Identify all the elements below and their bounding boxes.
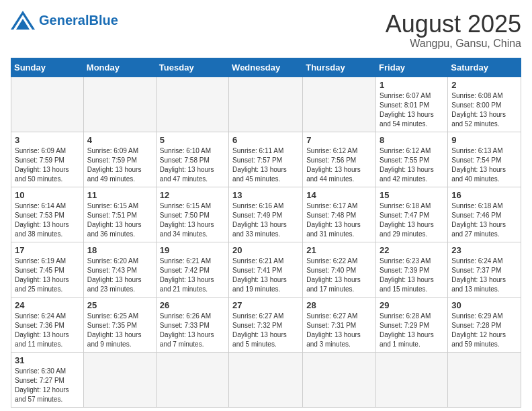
logo-text: GeneralBlue [39,13,118,27]
location-title: Wangpu, Gansu, China [386,38,521,50]
day-info: Sunrise: 6:12 AM Sunset: 7:56 PM Dayligh… [306,146,372,184]
calendar-cell: 26Sunrise: 6:26 AM Sunset: 7:33 PM Dayli… [156,297,228,352]
day-number: 2 [451,80,517,90]
day-number: 22 [380,245,444,255]
calendar-cell: 2Sunrise: 6:08 AM Sunset: 8:00 PM Daylig… [448,77,521,132]
logo: GeneralBlue [11,11,118,30]
day-number: 11 [87,190,152,200]
calendar-cell [448,352,521,407]
calendar-cell: 4Sunrise: 6:09 AM Sunset: 7:59 PM Daylig… [83,132,156,187]
calendar-cell: 10Sunrise: 6:14 AM Sunset: 7:53 PM Dayli… [11,187,84,242]
day-number: 19 [160,245,225,255]
title-area: August 2025 Wangpu, Gansu, China [386,11,521,50]
day-number: 20 [232,245,299,255]
day-info: Sunrise: 6:22 AM Sunset: 7:40 PM Dayligh… [306,257,372,294]
calendar-cell: 6Sunrise: 6:11 AM Sunset: 7:57 PM Daylig… [229,132,303,187]
day-info: Sunrise: 6:09 AM Sunset: 7:59 PM Dayligh… [15,146,80,184]
day-number: 5 [160,135,225,145]
day-number: 7 [306,135,372,145]
day-info: Sunrise: 6:21 AM Sunset: 7:42 PM Dayligh… [160,257,225,294]
calendar-week-row: 24Sunrise: 6:24 AM Sunset: 7:36 PM Dayli… [11,297,521,352]
calendar-cell: 16Sunrise: 6:18 AM Sunset: 7:46 PM Dayli… [448,187,521,242]
calendar-cell: 14Sunrise: 6:17 AM Sunset: 7:48 PM Dayli… [303,187,376,242]
weekday-header-thursday: Thursday [303,58,376,77]
day-info: Sunrise: 6:25 AM Sunset: 7:35 PM Dayligh… [87,312,152,349]
calendar-cell: 25Sunrise: 6:25 AM Sunset: 7:35 PM Dayli… [83,297,156,352]
day-number: 9 [451,135,517,145]
calendar-week-row: 1Sunrise: 6:07 AM Sunset: 8:01 PM Daylig… [11,77,521,132]
calendar-week-row: 3Sunrise: 6:09 AM Sunset: 7:59 PM Daylig… [11,132,521,187]
calendar-cell [303,352,376,407]
calendar-cell [83,352,156,407]
day-number: 12 [160,190,225,200]
day-info: Sunrise: 6:16 AM Sunset: 7:49 PM Dayligh… [232,201,299,239]
day-number: 31 [15,355,80,365]
day-number: 27 [232,300,299,310]
month-title: August 2025 [386,11,521,38]
day-info: Sunrise: 6:15 AM Sunset: 7:51 PM Dayligh… [87,201,152,239]
day-info: Sunrise: 6:13 AM Sunset: 7:54 PM Dayligh… [451,146,517,184]
day-info: Sunrise: 6:08 AM Sunset: 8:00 PM Dayligh… [451,91,517,129]
day-info: Sunrise: 6:10 AM Sunset: 7:58 PM Dayligh… [160,146,225,184]
calendar-cell: 8Sunrise: 6:12 AM Sunset: 7:55 PM Daylig… [376,132,448,187]
day-info: Sunrise: 6:07 AM Sunset: 8:01 PM Dayligh… [380,91,444,129]
day-number: 6 [232,135,299,145]
day-number: 4 [87,135,152,145]
day-number: 15 [380,190,444,200]
day-info: Sunrise: 6:09 AM Sunset: 7:59 PM Dayligh… [87,146,152,184]
calendar-cell [303,77,376,132]
day-info: Sunrise: 6:26 AM Sunset: 7:33 PM Dayligh… [160,312,225,349]
calendar-week-row: 17Sunrise: 6:19 AM Sunset: 7:45 PM Dayli… [11,242,521,297]
calendar-cell: 27Sunrise: 6:27 AM Sunset: 7:32 PM Dayli… [229,297,303,352]
calendar-cell: 15Sunrise: 6:18 AM Sunset: 7:47 PM Dayli… [376,187,448,242]
day-info: Sunrise: 6:11 AM Sunset: 7:57 PM Dayligh… [232,146,299,184]
calendar-cell: 7Sunrise: 6:12 AM Sunset: 7:56 PM Daylig… [303,132,376,187]
weekday-header-friday: Friday [376,58,448,77]
weekday-header-monday: Monday [83,58,156,77]
day-number: 26 [160,300,225,310]
calendar-cell: 1Sunrise: 6:07 AM Sunset: 8:01 PM Daylig… [376,77,448,132]
weekday-header-sunday: Sunday [11,58,84,77]
day-info: Sunrise: 6:24 AM Sunset: 7:37 PM Dayligh… [451,257,517,294]
day-number: 8 [380,135,444,145]
calendar-cell: 13Sunrise: 6:16 AM Sunset: 7:49 PM Dayli… [229,187,303,242]
calendar-cell [376,352,448,407]
calendar-cell: 5Sunrise: 6:10 AM Sunset: 7:58 PM Daylig… [156,132,228,187]
day-info: Sunrise: 6:14 AM Sunset: 7:53 PM Dayligh… [15,201,80,239]
calendar-week-row: 10Sunrise: 6:14 AM Sunset: 7:53 PM Dayli… [11,187,521,242]
calendar-cell [229,352,303,407]
calendar-cell: 17Sunrise: 6:19 AM Sunset: 7:45 PM Dayli… [11,242,84,297]
day-number: 13 [232,190,299,200]
calendar-cell: 20Sunrise: 6:21 AM Sunset: 7:41 PM Dayli… [229,242,303,297]
day-info: Sunrise: 6:27 AM Sunset: 7:31 PM Dayligh… [306,312,372,349]
day-number: 25 [87,300,152,310]
weekday-header-tuesday: Tuesday [156,58,228,77]
calendar-cell [11,77,84,132]
day-number: 1 [380,80,444,90]
calendar-cell: 29Sunrise: 6:28 AM Sunset: 7:29 PM Dayli… [376,297,448,352]
day-info: Sunrise: 6:17 AM Sunset: 7:48 PM Dayligh… [306,201,372,239]
calendar-cell: 28Sunrise: 6:27 AM Sunset: 7:31 PM Dayli… [303,297,376,352]
calendar-cell [83,77,156,132]
day-info: Sunrise: 6:27 AM Sunset: 7:32 PM Dayligh… [232,312,299,349]
weekday-header-row: SundayMondayTuesdayWednesdayThursdayFrid… [11,58,521,77]
day-info: Sunrise: 6:24 AM Sunset: 7:36 PM Dayligh… [15,312,80,349]
day-info: Sunrise: 6:30 AM Sunset: 7:27 PM Dayligh… [15,367,80,404]
day-number: 16 [451,190,517,200]
day-info: Sunrise: 6:28 AM Sunset: 7:29 PM Dayligh… [380,312,444,349]
calendar-cell: 21Sunrise: 6:22 AM Sunset: 7:40 PM Dayli… [303,242,376,297]
day-number: 23 [451,245,517,255]
calendar-cell: 18Sunrise: 6:20 AM Sunset: 7:43 PM Dayli… [83,242,156,297]
day-info: Sunrise: 6:18 AM Sunset: 7:47 PM Dayligh… [380,201,444,239]
day-number: 21 [306,245,372,255]
day-number: 18 [87,245,152,255]
calendar-cell: 30Sunrise: 6:29 AM Sunset: 7:28 PM Dayli… [448,297,521,352]
calendar-cell [156,77,228,132]
weekday-header-wednesday: Wednesday [229,58,303,77]
day-info: Sunrise: 6:19 AM Sunset: 7:45 PM Dayligh… [15,257,80,294]
day-number: 10 [15,190,80,200]
calendar-cell [229,77,303,132]
day-info: Sunrise: 6:15 AM Sunset: 7:50 PM Dayligh… [160,201,225,239]
calendar-cell: 12Sunrise: 6:15 AM Sunset: 7:50 PM Dayli… [156,187,228,242]
day-info: Sunrise: 6:18 AM Sunset: 7:46 PM Dayligh… [451,201,517,239]
